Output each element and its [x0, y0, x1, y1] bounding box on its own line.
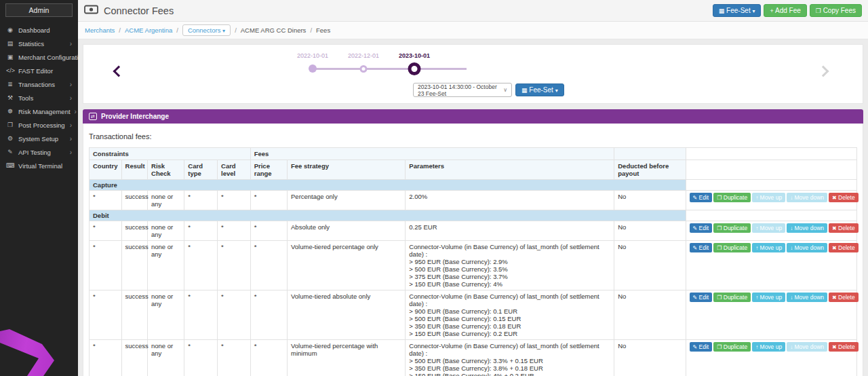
breadcrumb-link[interactable]: ACME Argentina: [125, 26, 172, 34]
add-fee-button[interactable]: + Add Fee: [764, 4, 806, 17]
column-header: Country: [90, 160, 122, 180]
duplicate-button[interactable]: ❐ Duplicate: [713, 243, 751, 252]
edit-button[interactable]: ✎ Edit: [690, 342, 713, 352]
copy-fees-button[interactable]: ❐ Copy Fees: [810, 4, 862, 17]
edit-button[interactable]: ✎ Edit: [690, 223, 713, 233]
column-header: Deducted before payout: [614, 160, 686, 180]
sidebar-item-post-processing[interactable]: ❐Post Processing›: [0, 118, 78, 132]
duplicate-button[interactable]: ❐ Duplicate: [713, 193, 751, 202]
merchant-configuration-icon: ▣: [6, 54, 14, 60]
sidebar-item-label: Dashboard: [18, 26, 50, 34]
cell-country: *: [90, 221, 122, 241]
edit-icon: ✎: [693, 344, 698, 350]
money-icon: [84, 5, 98, 16]
code-icon: </>: [6, 67, 14, 74]
duplicate-button[interactable]: ❐ Duplicate: [713, 223, 751, 233]
transactions-list-icon: ≣: [6, 81, 14, 88]
move-down-button[interactable]: ↓ Move down: [787, 223, 827, 233]
move-up-button[interactable]: ↑ Move up: [752, 243, 785, 252]
cell-price-range: *: [250, 241, 287, 290]
move-down-button[interactable]: ↓ Move down: [787, 342, 827, 352]
column-header-actions: [686, 160, 857, 180]
edit-button[interactable]: ✎ Edit: [690, 293, 713, 302]
move-up-button[interactable]: ↑ Move up: [752, 223, 785, 233]
table-column-header-row: CountryResultRisk CheckCard typeCard lev…: [90, 160, 857, 180]
sidebar: Admin ◉Dashboard▤Statistics›▣Merchant Co…: [0, 0, 78, 376]
move-up-button[interactable]: ↑ Move up: [752, 293, 785, 302]
caret-down-icon: ▾: [555, 88, 558, 94]
cell-card-type: *: [184, 191, 218, 210]
duplicate-button[interactable]: ❐ Duplicate: [713, 342, 751, 352]
sidebar-item-system-setup[interactable]: ⚙System Setup›: [0, 132, 78, 145]
breadcrumb-connectors-dropdown[interactable]: Connectors ▾: [182, 24, 231, 36]
cell-card-type: *: [184, 241, 218, 290]
sidebar-item-merchant-configuration[interactable]: ▣Merchant Configuration›: [0, 50, 78, 64]
sidebar-item-api-testing[interactable]: ✎API Testing›: [0, 145, 78, 159]
chevron-right-icon: ›: [75, 108, 77, 115]
move-down-button[interactable]: ↓ Move down: [787, 293, 827, 302]
sidebar-item-tools[interactable]: ⚒Tools›: [0, 91, 78, 105]
fee-set-button[interactable]: ▦ Fee-Set ▾: [713, 4, 762, 17]
sidebar-item-virtual-terminal[interactable]: ⌨Virtual Terminal: [0, 159, 78, 172]
delete-icon: ✖: [832, 344, 837, 350]
section-label: Debit: [90, 210, 686, 221]
delete-icon: ✖: [832, 225, 837, 231]
delete-button[interactable]: ✖ Delete: [829, 193, 859, 202]
delete-button[interactable]: ✖ Delete: [829, 223, 859, 233]
timeline-fee-set-button[interactable]: ▦ Fee-Set ▾: [515, 83, 564, 96]
provider-interchange-bar[interactable]: ⇄ Provider Interchange: [83, 109, 863, 124]
cell-risk-check: none or any: [148, 191, 184, 210]
edit-button[interactable]: ✎ Edit: [690, 193, 713, 202]
duplicate-button[interactable]: ❐ Duplicate: [713, 293, 751, 302]
delete-button[interactable]: ✖ Delete: [829, 293, 859, 302]
fee-set-select[interactable]: 2023-10-01 14:30:00 - October 23 Fee-Set…: [413, 83, 512, 97]
fee-row: *successnone or any***Percentage only2.0…: [90, 191, 857, 210]
column-header: Risk Check: [148, 160, 184, 180]
cell-price-range: *: [250, 340, 287, 376]
admin-menu-button[interactable]: Admin: [5, 3, 73, 17]
move-up-button[interactable]: ↑ Move up: [752, 342, 785, 352]
move-up-button[interactable]: ↑ Move up: [752, 193, 785, 202]
delete-icon: ✖: [832, 195, 837, 201]
timeline-prev-button[interactable]: [113, 66, 125, 77]
breadcrumb-separator: /: [176, 26, 178, 34]
delete-button[interactable]: ✖ Delete: [829, 342, 859, 352]
fees-content-card: Transactional fees: ConstraintsFeesCount…: [83, 124, 863, 376]
cell-price-range: *: [250, 191, 287, 210]
timeline-next-button[interactable]: [818, 66, 829, 77]
fee-row: *successnone or any***Absolute only0.25 …: [90, 221, 857, 241]
breadcrumb-separator: /: [310, 26, 312, 34]
page-title: Connector Fees: [84, 5, 174, 16]
sidebar-item-risk-management[interactable]: ☸Risk Management›: [0, 105, 78, 118]
move-down-icon: ↓: [790, 195, 793, 201]
page-header: Connector Fees ▦ Fee-Set ▾+ Add Fee❐ Cop…: [78, 0, 868, 22]
cell-risk-check: none or any: [148, 221, 184, 241]
statistics-chart-icon: ▤: [6, 40, 14, 47]
edit-button[interactable]: ✎ Edit: [690, 243, 713, 252]
cell-card-level: *: [218, 340, 251, 376]
move-down-button[interactable]: ↓ Move down: [787, 193, 827, 202]
edit-icon: ✎: [693, 295, 698, 301]
cell-actions: ✎ Edit❐ Duplicate↑ Move up↓ Move down✖ D…: [686, 191, 857, 210]
move-down-button[interactable]: ↓ Move down: [787, 243, 827, 252]
cell-card-level: *: [218, 241, 251, 290]
sidebar-item-fast-editor[interactable]: </>FAST Editor: [0, 64, 78, 77]
breadcrumb-link[interactable]: Merchants: [85, 26, 115, 34]
delete-button[interactable]: ✖ Delete: [829, 243, 859, 252]
chevron-right-icon: ›: [70, 149, 72, 156]
duplicate-icon: ❐: [717, 225, 722, 231]
edit-icon: ✎: [693, 195, 698, 201]
sidebar-item-transactions[interactable]: ≣Transactions›: [0, 77, 78, 91]
sidebar-item-statistics[interactable]: ▤Statistics›: [0, 37, 78, 50]
column-header: Card level: [218, 160, 251, 180]
breadcrumb-separator: /: [235, 26, 237, 34]
timeline-dot: [360, 65, 368, 73]
fee-row: *successnone or any***Volume-tiered perc…: [90, 241, 857, 290]
cell-deducted-before-payout: No: [614, 340, 686, 376]
move-up-icon: ↑: [755, 195, 758, 201]
sidebar-item-dashboard[interactable]: ◉Dashboard: [0, 23, 78, 37]
virtual-terminal-icon: ⌨: [6, 162, 14, 169]
table-group-header-row: ConstraintsFees: [90, 148, 857, 160]
duplicate-icon: ❐: [717, 195, 722, 201]
cell-fee-strategy: Volume-tiered absolute only: [288, 290, 406, 340]
